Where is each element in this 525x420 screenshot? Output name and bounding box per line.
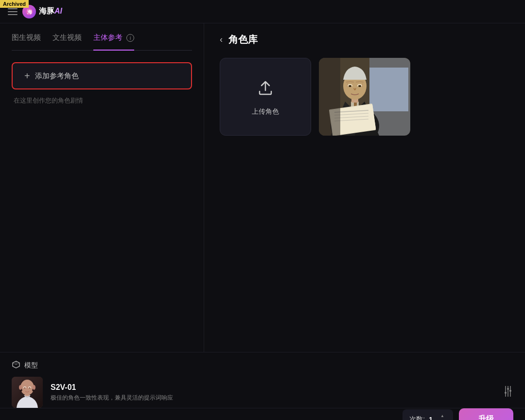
- svg-point-12: [349, 85, 351, 87]
- model-section-label: 模型: [12, 360, 513, 371]
- bottom-bar: 次数: 1 ▲ ▼ 升级: [0, 408, 525, 420]
- character-grid: 上传角色: [220, 58, 509, 136]
- hamburger-menu[interactable]: [8, 8, 18, 15]
- upload-label: 上传角色: [252, 107, 279, 116]
- right-panel: ‹ 角色库 上传角色: [204, 23, 525, 352]
- svg-point-24: [20, 380, 34, 395]
- tab-subject[interactable]: 主体参考 i: [93, 33, 134, 44]
- left-panel: 图生视频 文生视频 主体参考 i + 添加参考角色 在这里创作您的角色剧情: [0, 23, 204, 352]
- character-card-1[interactable]: [319, 58, 410, 136]
- count-spinners: ▲ ▼: [438, 413, 446, 420]
- brand-name: 海豚AI: [39, 6, 62, 17]
- svg-rect-4: [369, 68, 408, 111]
- svg-point-34: [505, 392, 507, 394]
- panel-header: ‹ 角色库: [220, 33, 509, 46]
- model-avatar: [12, 377, 43, 408]
- svg-rect-20: [319, 58, 340, 136]
- upload-card[interactable]: 上传角色: [220, 58, 311, 136]
- cube-icon: [12, 360, 20, 371]
- model-avatar-image: [12, 377, 43, 408]
- count-label: 次数:: [409, 415, 425, 420]
- count-increase-button[interactable]: ▲: [438, 413, 446, 419]
- model-name: S2V-01: [51, 383, 495, 392]
- svg-text:海: 海: [27, 9, 33, 15]
- svg-point-26: [33, 385, 35, 390]
- tab-info-icon: i: [126, 34, 134, 42]
- count-control: 次数: 1 ▲ ▼: [402, 409, 453, 420]
- tab-text2video[interactable]: 文生视频: [52, 33, 82, 44]
- model-info: S2V-01 极佳的角色一致性表现，兼具灵活的提示词响应: [51, 383, 495, 402]
- add-character-button[interactable]: + 添加参考角色: [12, 62, 192, 89]
- tab-bar: 图生视频 文生视频 主体参考 i: [12, 33, 192, 51]
- svg-point-37: [509, 390, 511, 392]
- svg-point-31: [507, 388, 509, 390]
- upgrade-button[interactable]: 升级: [459, 408, 513, 420]
- count-value: 1: [429, 416, 433, 420]
- character-image-1: [319, 58, 410, 136]
- top-navigation: 海 海豚AI: [0, 0, 525, 23]
- tab-img2video[interactable]: 图生视频: [12, 33, 41, 44]
- upload-icon: [256, 78, 275, 102]
- model-description: 极佳的角色一致性表现，兼具灵活的提示词响应: [51, 394, 495, 402]
- svg-point-13: [358, 85, 361, 87]
- model-section: 模型: [0, 352, 525, 408]
- main-layout: 图生视频 文生视频 主体参考 i + 添加参考角色 在这里创作您的角色剧情 ‹ …: [0, 23, 525, 352]
- bottom-section: 模型: [0, 352, 525, 420]
- back-button[interactable]: ‹: [220, 35, 223, 45]
- model-item: S2V-01 极佳的角色一致性表现，兼具灵活的提示词响应: [12, 377, 513, 408]
- panel-title: 角色库: [228, 33, 258, 46]
- hint-text: 在这里创作您的角色剧情: [12, 96, 192, 105]
- svg-point-30: [29, 387, 31, 388]
- svg-point-29: [24, 387, 26, 388]
- add-character-label: 添加参考角色: [35, 71, 79, 81]
- plus-icon: +: [24, 71, 30, 81]
- model-settings-button[interactable]: [503, 386, 513, 399]
- archived-banner: Archived: [0, 0, 29, 8]
- svg-point-25: [19, 385, 22, 390]
